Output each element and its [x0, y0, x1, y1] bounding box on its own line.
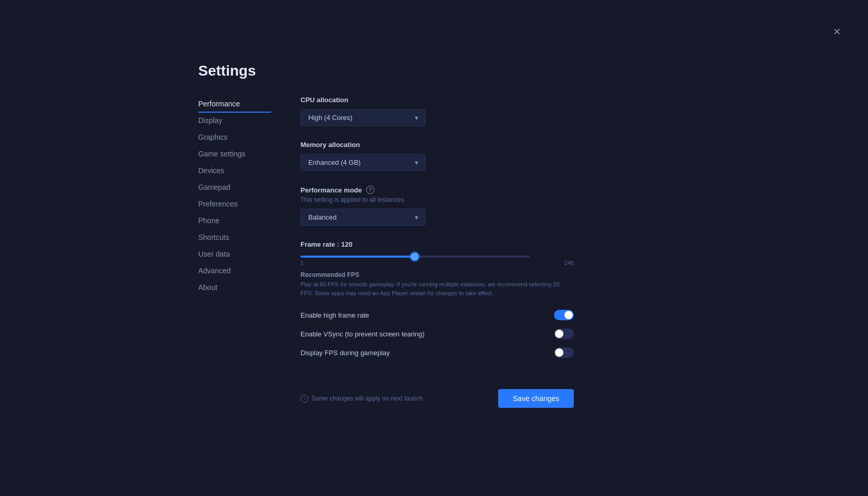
cpu-section: CPU allocation Low (1 Core)Medium (2 Cor…	[300, 96, 574, 126]
frame-rate-slider[interactable]	[300, 256, 530, 258]
sidebar-item-display[interactable]: Display	[198, 113, 271, 129]
frame-rate-label: Frame rate : 120	[300, 240, 574, 248]
toggle-knob-vsync	[555, 330, 563, 338]
toggle-label-high-frame-rate: Enable high frame rate	[300, 311, 369, 319]
sidebar-item-phone[interactable]: Phone	[198, 213, 271, 229]
slider-min: 1	[300, 260, 304, 266]
sidebar-item-devices[interactable]: Devices	[198, 163, 271, 179]
toggles-container: Enable high frame rateEnable VSync (to p…	[300, 306, 574, 362]
toggle-label-display-fps: Display FPS during gameplay	[300, 349, 390, 357]
performance-mode-section: Performance mode ? This setting is appli…	[300, 186, 574, 226]
page-title: Settings	[198, 63, 574, 79]
content-area: CPU allocation Low (1 Core)Medium (2 Cor…	[300, 96, 574, 408]
close-icon: ✕	[833, 27, 841, 37]
close-button[interactable]: ✕	[831, 25, 843, 39]
footer-note: i Some changes will apply on next launch	[300, 395, 423, 403]
toggle-vsync[interactable]	[554, 329, 574, 339]
toggle-row-vsync: Enable VSync (to prevent screen tearing)	[300, 324, 574, 343]
performance-mode-select[interactable]: Power savingBalancedHigh performance	[300, 209, 426, 226]
sidebar-item-shortcuts[interactable]: Shortcuts	[198, 229, 271, 246]
footer-note-text: Some changes will apply on next launch	[311, 395, 423, 402]
save-button[interactable]: Save changes	[498, 389, 574, 408]
sidebar-item-game-settings[interactable]: Game settings	[198, 146, 271, 163]
sidebar-item-performance[interactable]: Performance	[198, 96, 271, 113]
sidebar-item-user-data[interactable]: User data	[198, 246, 271, 263]
sidebar-item-preferences[interactable]: Preferences	[198, 196, 271, 213]
performance-mode-hint: This setting is applied to all instances…	[300, 196, 574, 203]
frame-rate-section: Frame rate : 120 1 240 Recommended FPS P…	[300, 240, 574, 362]
toggle-high-frame-rate[interactable]	[554, 310, 574, 320]
sidebar-item-about[interactable]: About	[198, 280, 271, 296]
performance-mode-select-wrapper: Power savingBalancedHigh performance ▼	[300, 209, 426, 226]
toggle-knob-high-frame-rate	[564, 311, 573, 319]
performance-mode-label: Performance mode	[300, 186, 362, 194]
settings-container: Settings PerformanceDisplayGraphicsGame …	[198, 63, 574, 408]
memory-select[interactable]: Low (1 GB)Medium (2 GB)Enhanced (4 GB)Hi…	[300, 154, 426, 171]
fps-hint-title: Recommended FPS	[300, 271, 574, 279]
toggle-row-high-frame-rate: Enable high frame rate	[300, 306, 574, 324]
help-icon[interactable]: ?	[366, 186, 375, 194]
fps-hint: Recommended FPS Play at 60 FPS for smoot…	[300, 271, 574, 297]
fps-hint-text: Play at 60 FPS for smooth gameplay. If y…	[300, 280, 574, 297]
toggle-display-fps[interactable]	[554, 347, 574, 358]
cpu-label: CPU allocation	[300, 96, 574, 104]
memory-section: Memory allocation Low (1 GB)Medium (2 GB…	[300, 141, 574, 171]
sidebar-item-advanced[interactable]: Advanced	[198, 263, 271, 280]
memory-label: Memory allocation	[300, 141, 574, 149]
info-icon: i	[300, 395, 308, 403]
toggle-row-display-fps: Display FPS during gameplay	[300, 343, 574, 362]
performance-mode-header: Performance mode ?	[300, 186, 574, 194]
cpu-select[interactable]: Low (1 Core)Medium (2 Cores)High (4 Core…	[300, 109, 426, 126]
toggle-label-vsync: Enable VSync (to prevent screen tearing)	[300, 330, 425, 338]
cpu-select-wrapper: Low (1 Core)Medium (2 Cores)High (4 Core…	[300, 109, 426, 126]
sidebar-item-gamepad[interactable]: Gamepad	[198, 179, 271, 196]
slider-max: 240	[564, 260, 574, 266]
sidebar: PerformanceDisplayGraphicsGame settingsD…	[198, 96, 271, 408]
memory-select-wrapper: Low (1 GB)Medium (2 GB)Enhanced (4 GB)Hi…	[300, 154, 426, 171]
footer: i Some changes will apply on next launch…	[300, 381, 574, 408]
settings-layout: PerformanceDisplayGraphicsGame settingsD…	[198, 96, 574, 408]
toggle-knob-display-fps	[555, 348, 563, 357]
sidebar-item-graphics[interactable]: Graphics	[198, 129, 271, 146]
